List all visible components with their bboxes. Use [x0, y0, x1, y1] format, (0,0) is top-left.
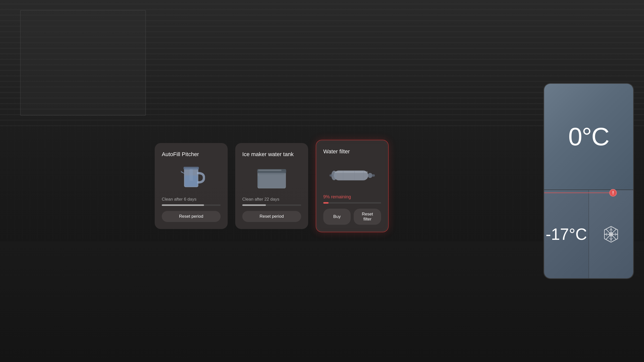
water-filter-reset-button[interactable]: Reset filter: [354, 209, 381, 225]
alert-indicator: !: [609, 189, 617, 197]
ice-maker-progress-bar: [242, 204, 301, 206]
panel-bottom-ice: [589, 190, 633, 278]
water-filter-image: [323, 160, 381, 190]
water-filter-title: Water filter: [323, 148, 350, 155]
freezer-temperature: -17°C: [546, 225, 587, 244]
svg-rect-6: [259, 174, 285, 175]
svg-rect-13: [330, 174, 333, 176]
ice-maker-card: Ice maker water tank Clean after 22 days: [235, 143, 308, 229]
cards-section: AutoFill Pitcher Clea: [0, 140, 543, 232]
snowflake-icon: [602, 225, 620, 243]
pitcher-icon: [177, 163, 205, 193]
ice-maker-title: Ice maker water tank: [242, 151, 294, 158]
ice-maker-progress-fill: [242, 204, 266, 206]
water-filter-buttons: Buy Reset filter: [323, 209, 381, 225]
autofill-pitcher-buttons: Reset period: [162, 211, 221, 222]
water-filter-status: 9% remaining: [323, 194, 351, 200]
water-filter-icon: [330, 164, 375, 187]
autofill-pitcher-status: Clean after 6 days: [162, 197, 196, 202]
water-filter-progress-bar: [323, 202, 381, 204]
autofill-pitcher-progress-fill: [162, 204, 204, 206]
autofill-pitcher-reset-button[interactable]: Reset period: [162, 211, 221, 222]
main-content: AutoFill Pitcher Clea: [0, 0, 644, 362]
ice-maker-buttons: Reset period: [242, 211, 301, 222]
autofill-pitcher-title: AutoFill Pitcher: [162, 151, 199, 158]
svg-rect-8: [258, 170, 281, 171]
svg-rect-3: [190, 169, 193, 181]
ice-maker-reset-button[interactable]: Reset period: [242, 211, 301, 222]
water-filter-buy-button[interactable]: Buy: [323, 209, 351, 225]
autofill-pitcher-image: [162, 163, 221, 193]
ice-maker-status: Clean after 22 days: [242, 197, 279, 202]
autofill-pitcher-card: AutoFill Pitcher Clea: [155, 143, 228, 229]
svg-rect-7: [258, 176, 259, 187]
ice-maker-image: [242, 163, 301, 193]
water-filter-progress-fill: [323, 202, 329, 204]
autofill-pitcher-progress-bar: [162, 204, 221, 206]
right-panel: 0°C ! -17°C: [543, 83, 634, 279]
panel-bottom: -17°C: [544, 190, 633, 278]
ice-maker-icon: [255, 164, 288, 192]
water-filter-card: Water filter: [316, 140, 389, 232]
svg-rect-12: [372, 174, 375, 176]
panel-top-fridge: 0°C !: [544, 84, 633, 190]
fridge-temperature: 0°C: [568, 122, 609, 151]
panel-bottom-freezer: -17°C: [544, 190, 589, 278]
svg-rect-14: [335, 171, 368, 173]
